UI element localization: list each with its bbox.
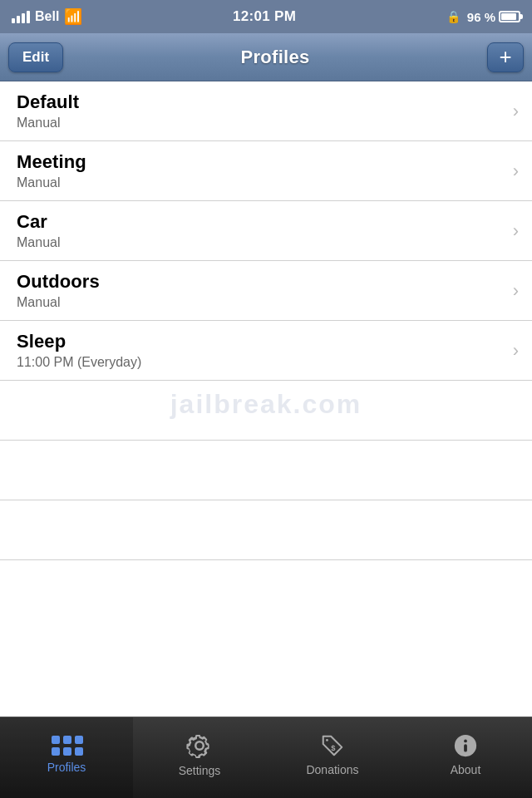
chevron-right-icon: › [513, 222, 519, 240]
profile-title: Meeting [17, 151, 86, 173]
list-item[interactable]: Sleep 11:00 PM (Everyday) › [0, 321, 532, 381]
tab-bar: Profiles Settings $ Donations About [0, 717, 532, 798]
wifi-icon: 📶 [64, 7, 82, 26]
tab-profiles-label: Profiles [47, 761, 86, 774]
chevron-right-icon: › [513, 162, 519, 180]
profiles-grid-icon [52, 736, 81, 756]
list-item[interactable]: Meeting Manual › [0, 141, 532, 201]
lock-icon: 🔒 [446, 10, 461, 23]
time-label: 12:01 PM [233, 8, 296, 25]
svg-point-0 [326, 739, 328, 741]
chevron-right-icon: › [513, 102, 519, 121]
list-item[interactable]: Outdoors Manual › [0, 261, 532, 321]
chevron-right-icon: › [513, 282, 519, 300]
empty-row [0, 441, 532, 500]
nav-bar: Edit Profiles + [0, 33, 532, 81]
battery-container: 96 % [467, 10, 520, 24]
list-item-content: Car Manual [17, 211, 60, 250]
status-left: Bell 📶 [12, 7, 82, 26]
battery-percent: 96 % [467, 10, 495, 24]
battery-icon [499, 11, 520, 22]
tab-profiles[interactable]: Profiles [0, 717, 133, 798]
profile-subtitle: Manual [17, 116, 79, 131]
tag-dollar-icon: $ [320, 733, 345, 758]
list-item-content: Sleep 11:00 PM (Everyday) [17, 331, 141, 370]
tab-donations[interactable]: $ Donations [266, 717, 399, 798]
profile-subtitle: Manual [17, 295, 100, 310]
tab-about[interactable]: About [399, 717, 532, 798]
status-right: 🔒 96 % [446, 10, 520, 24]
list-item-content: Default Manual [17, 91, 79, 131]
tab-settings[interactable]: Settings [133, 717, 266, 798]
list-item[interactable]: Car Manual › [0, 201, 532, 261]
profile-subtitle: Manual [17, 235, 60, 250]
list-item[interactable]: Default Manual › [0, 81, 532, 141]
add-button[interactable]: + [487, 42, 524, 72]
page-title: Profiles [241, 47, 310, 68]
tab-settings-label: Settings [179, 764, 221, 777]
chevron-right-icon: › [513, 342, 519, 360]
profile-subtitle: Manual [17, 175, 86, 190]
profile-title: Default [17, 91, 79, 113]
profile-title: Sleep [17, 331, 141, 352]
carrier-label: Bell [35, 9, 59, 24]
status-bar: Bell 📶 12:01 PM 🔒 96 % [0, 0, 532, 33]
content-area: jailbreak.com Default Manual › Meeting M… [0, 81, 532, 717]
empty-row [0, 381, 532, 441]
profile-title: Outdoors [17, 271, 100, 293]
tab-about-label: About [451, 763, 481, 776]
profile-title: Car [17, 211, 60, 233]
gear-icon [186, 732, 213, 759]
svg-text:$: $ [331, 743, 336, 751]
svg-point-3 [464, 739, 467, 742]
edit-button[interactable]: Edit [8, 42, 63, 72]
info-icon [453, 733, 478, 758]
profile-subtitle: 11:00 PM (Everyday) [17, 355, 141, 370]
empty-row [0, 500, 532, 560]
list-item-content: Outdoors Manual [17, 271, 100, 310]
tab-donations-label: Donations [306, 763, 358, 776]
signal-icon [12, 11, 30, 23]
list-item-content: Meeting Manual [17, 151, 86, 190]
svg-rect-4 [464, 744, 467, 751]
profile-list: Default Manual › Meeting Manual › Car Ma… [0, 81, 532, 560]
